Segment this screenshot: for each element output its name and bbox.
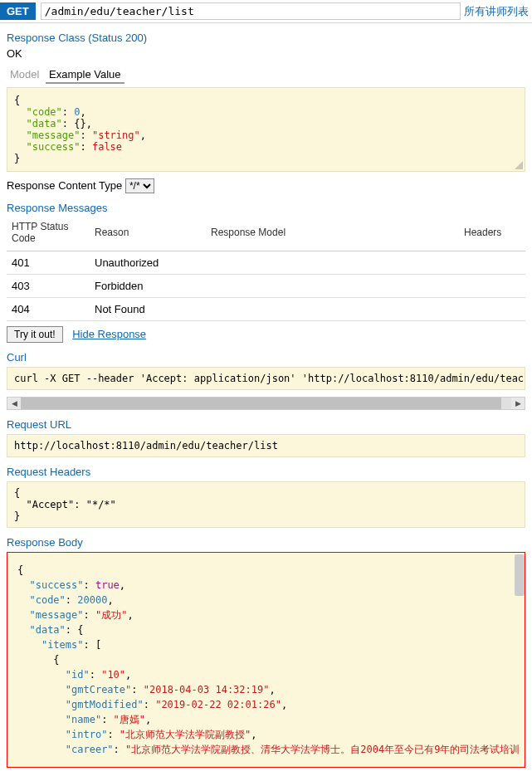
api-header: GET /admin/edu/teacher/list 所有讲师列表 [0,0,532,23]
response-body-title: Response Body [7,536,532,549]
table-row: 401Unauthorized [7,251,525,275]
content-type-select[interactable]: */* [125,178,154,193]
example-value-box[interactable]: { "code": 0, "data": {}, "message": "str… [7,87,525,172]
request-url-title: Request URL [7,418,532,431]
response-class-title: Response Class (Status 200) [7,32,532,44]
tab-model[interactable]: Model [7,66,42,82]
response-body-box[interactable]: { "success": true, "code": 20000, "messa… [7,552,525,768]
api-path[interactable]: /admin/edu/teacher/list [41,2,461,20]
curl-title: Curl [7,351,532,364]
status-code: 404 [7,298,90,321]
horizontal-scrollbar[interactable]: ◀ ▶ [7,397,525,410]
example-tabs: Model Example Value [7,66,532,84]
resize-handle-icon[interactable] [515,161,523,169]
table-row: 403Forbidden [7,275,525,298]
action-row: Try it out! Hide Response [7,326,525,343]
response-messages-table: HTTP Status Code Reason Response Model H… [7,217,525,321]
status-code: 401 [7,251,90,275]
reason-text: Forbidden [90,275,206,298]
api-summary: 所有讲师列表 [461,4,532,19]
http-method-badge: GET [0,2,36,20]
content-type-row: Response Content Type */* [7,178,532,193]
scroll-right-icon[interactable]: ▶ [511,398,525,409]
request-headers-box[interactable]: { "Accept": "*/*" } [7,481,525,528]
col-reason: Reason [90,217,206,251]
curl-box[interactable]: curl -X GET --header 'Accept: applicatio… [7,367,525,390]
tab-example-value[interactable]: Example Value [46,66,124,84]
content-type-label: Response Content Type [7,179,122,192]
request-url-box[interactable]: http://localhost:8110/admin/edu/teacher/… [7,434,525,457]
vertical-scrollbar[interactable] [515,554,525,596]
response-messages-title: Response Messages [7,202,532,214]
col-status-code: HTTP Status Code [7,217,90,251]
scroll-left-icon[interactable]: ◀ [7,398,21,409]
status-text: OK [7,47,532,60]
reason-text: Unauthorized [90,251,206,275]
request-headers-title: Request Headers [7,466,532,478]
hide-response-link[interactable]: Hide Response [72,328,146,340]
status-code: 403 [7,275,90,298]
try-it-out-button[interactable]: Try it out! [7,326,63,343]
col-headers: Headers [459,217,525,251]
reason-text: Not Found [90,298,206,321]
scroll-track[interactable] [21,398,511,409]
col-response-model: Response Model [206,217,459,251]
table-row: 404Not Found [7,298,525,321]
response-body-content: { "success": true, "code": 20000, "messa… [17,563,515,757]
scroll-thumb[interactable] [21,398,501,409]
